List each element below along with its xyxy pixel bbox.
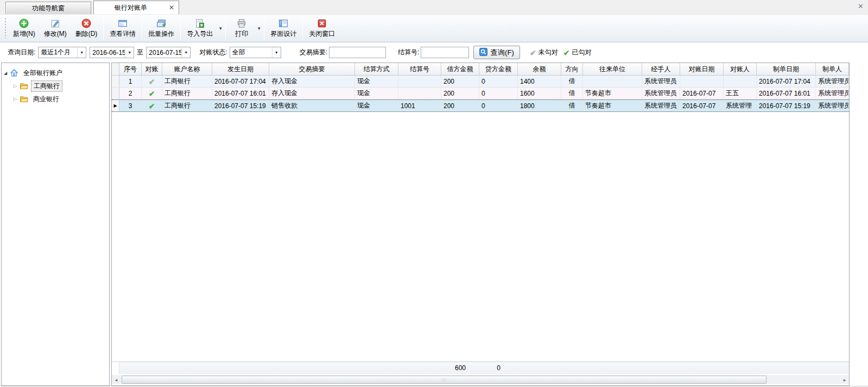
chevron-down-icon[interactable]: ▾ — [272, 47, 281, 58]
cell-account: 工商银行 — [162, 88, 212, 99]
column-header-check[interactable]: 对账 — [142, 63, 162, 75]
scroll-right-icon[interactable]: ▸ — [840, 375, 849, 384]
column-header-doc_date[interactable]: 制单日期 — [757, 63, 816, 75]
tree-collapsed-icon[interactable]: ▷ — [11, 83, 19, 89]
table-row-1[interactable]: 1✔工商银行2016-07-07 17:04存入现金现金20001400借系统管… — [112, 76, 849, 88]
grid-header-row: 序号对账账户名称发生日期交易摘要结算方式结算号借方金额贷方金额余额方向往来单位经… — [112, 63, 849, 76]
summary-credit-total: 0 — [479, 362, 518, 374]
cell-balance: 1600 — [518, 88, 561, 99]
column-header-credit[interactable]: 贷方金额 — [479, 63, 518, 75]
window-bottom-border — [0, 386, 868, 386]
toolbar: 新增(N)修改(M)删除(D)查看详情批量操作导入导出▾打印▾界面设计关闭窗口 — [0, 14, 868, 42]
toolbar-button-import-export[interactable]: 导入导出 — [182, 16, 217, 41]
toolbar-button-delete[interactable]: 删除(D) — [71, 16, 102, 41]
query-date-label: 查询日期: — [8, 48, 35, 57]
scrollbar-grip-icon — [442, 378, 446, 382]
grid-header-gutter — [112, 63, 119, 75]
cell-recon_person: 王五 — [724, 88, 757, 99]
cell-date: 2016-07-07 17:04 — [212, 76, 269, 87]
column-header-date[interactable]: 发生日期 — [212, 63, 269, 75]
toolbar-button-print[interactable]: 打印 — [227, 16, 256, 41]
tree-item-2[interactable]: ▷商业银行 — [2, 92, 109, 105]
table-row-2[interactable]: 2✔工商银行2016-07-07 16:01存入现金现金20001600借节奏超… — [112, 88, 849, 99]
query-button[interactable]: 查询(F) — [473, 46, 520, 59]
scroll-left-icon[interactable]: ◂ — [112, 375, 121, 384]
scrollbar-thumb[interactable] — [122, 376, 766, 384]
tree-root-all-bank-accounts[interactable]: ◢ 全部银行账户 — [2, 66, 109, 79]
cell-debit: 200 — [441, 100, 479, 111]
column-header-recon_date[interactable]: 对账日期 — [680, 63, 724, 75]
date-to-select[interactable]: 2016-07-15 ▾ — [146, 47, 191, 58]
gray-check-icon: ✔ — [149, 78, 155, 85]
tree-collapsed-icon[interactable]: ▷ — [11, 96, 19, 102]
column-header-handler[interactable]: 经手人 — [642, 63, 680, 75]
cell-recon_date — [680, 76, 724, 87]
trans-summary-input[interactable] — [329, 47, 386, 58]
toolbar-grip-handle[interactable] — [4, 18, 7, 38]
chevron-down-icon[interactable]: ▾ — [125, 47, 134, 58]
column-header-seq[interactable]: 序号 — [119, 63, 142, 75]
tab-close-icon[interactable]: ✕ — [168, 4, 175, 11]
cell-handler: 系统管理员 — [642, 76, 680, 87]
cell-summary: 销售收款 — [269, 100, 355, 111]
toolbar-button-view-detail[interactable]: 查看详情 — [105, 16, 140, 41]
column-header-account[interactable]: 账户名称 — [162, 63, 212, 75]
toolbar-button-ui-design[interactable]: 界面设计 — [266, 16, 301, 41]
cell-summary: 存入现金 — [269, 88, 355, 99]
toolbar-button-label: 删除(D) — [75, 29, 98, 39]
scrollbar-track[interactable] — [121, 375, 840, 384]
window-close-icon[interactable]: ✕ — [858, 2, 864, 10]
column-header-debit[interactable]: 借方金额 — [441, 63, 479, 75]
summary-empty-cell — [680, 362, 724, 374]
cell-doc_date: 2016-07-07 15:19 — [757, 100, 816, 111]
view-detail-icon — [118, 18, 128, 28]
cell-credit: 0 — [479, 88, 518, 99]
column-header-balance[interactable]: 余额 — [518, 63, 561, 75]
tab-bank-statement[interactable]: 银行对账单 ✕ — [93, 1, 179, 14]
summary-empty-cell — [162, 362, 212, 374]
toolbar-button-batch[interactable]: 批量操作 — [144, 16, 179, 41]
gray-check-icon: ✔ — [530, 49, 536, 57]
column-header-doc_person[interactable]: 制单人 — [816, 63, 849, 75]
toolbar-button-edit[interactable]: 修改(M) — [40, 16, 71, 41]
cell-doc_date: 2016-07-07 17:04 — [757, 76, 816, 87]
column-header-counterparty[interactable]: 往来单位 — [583, 63, 642, 75]
recon-status-select[interactable]: 全部 ▾ — [230, 47, 281, 58]
column-header-summary[interactable]: 交易摘要 — [269, 63, 355, 75]
cell-handler: 系统管理员 — [642, 88, 680, 99]
settle-no-label: 结算号: — [398, 48, 419, 57]
summary-empty-cell — [269, 362, 355, 374]
toolbar-button-add[interactable]: 新增(N) — [9, 16, 40, 41]
date-range-preset-select[interactable]: 最近1个月 ▾ — [38, 47, 86, 58]
tree-expanded-icon[interactable]: ◢ — [2, 71, 9, 76]
summary-empty-cell — [642, 362, 680, 374]
column-header-recon_person[interactable]: 对账人 — [724, 63, 757, 75]
chevron-down-icon[interactable]: ▾ — [181, 47, 190, 58]
summary-empty-cell — [724, 362, 757, 374]
summary-empty-cell — [816, 362, 849, 374]
tab-function-nav[interactable]: 功能导航窗 — [5, 2, 91, 14]
settle-no-input[interactable] — [421, 47, 469, 58]
summary-empty-cell — [583, 362, 642, 374]
cell-settle_no: 1001 — [398, 100, 441, 111]
cell-credit: 0 — [479, 100, 518, 111]
toolbar-separator — [103, 17, 104, 40]
column-header-settle_no[interactable]: 结算号 — [398, 63, 441, 75]
cell-date: 2016-07-07 16:01 — [212, 88, 269, 99]
folder-icon — [20, 95, 29, 103]
table-row-3[interactable]: ▶3✔工商银行2016-07-07 15:19销售收款现金10012000180… — [112, 99, 849, 112]
cell-direction: 借 — [561, 76, 583, 87]
tree-item-1[interactable]: ▷工商银行 — [2, 79, 109, 92]
import-export-dropdown-icon[interactable]: ▾ — [217, 16, 224, 41]
horizontal-scrollbar[interactable]: ◂ ▸ — [112, 375, 849, 384]
print-dropdown-icon[interactable]: ▾ — [256, 16, 262, 41]
chevron-down-icon[interactable]: ▾ — [77, 47, 86, 58]
green-check-icon: ✔ — [149, 102, 155, 110]
toolbar-button-label: 关闭窗口 — [309, 29, 335, 39]
toolbar-separator — [302, 17, 303, 40]
column-header-method[interactable]: 结算方式 — [355, 63, 398, 75]
column-header-direction[interactable]: 方向 — [561, 63, 583, 75]
tree-item-label: 工商银行 — [31, 80, 62, 92]
toolbar-button-close-window[interactable]: 关闭窗口 — [305, 16, 339, 41]
date-from-select[interactable]: 2016-06-15 ▾ — [90, 47, 134, 58]
